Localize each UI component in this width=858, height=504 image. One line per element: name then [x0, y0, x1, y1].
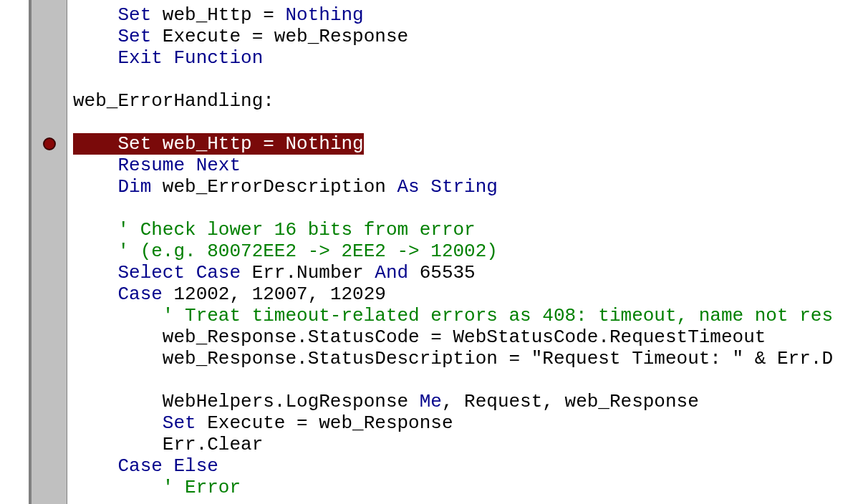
token-kw: Set [163, 412, 196, 434]
indent [73, 262, 117, 284]
token-plain: 65535 [408, 262, 476, 284]
token-kw: Set [117, 133, 151, 155]
code-line[interactable]: ' Error [67, 477, 858, 498]
code-line[interactable]: Set web_Http = Nothing [67, 4, 858, 26]
code-line[interactable] [67, 198, 858, 219]
code-line[interactable] [67, 369, 858, 391]
token-plain: web_Http = [151, 4, 285, 26]
token-plain: 12002, 12007, 12029 [163, 284, 386, 305]
code-line[interactable]: Set Execute = web_Response [67, 412, 858, 434]
token-cm: ' Check lower 16 bits from error [117, 219, 475, 241]
token-cm: ' Error [163, 477, 241, 498]
token-kw: Dim [117, 176, 151, 198]
token-kw: Case Else [117, 455, 218, 477]
token-plain: Err.Clear [163, 434, 263, 455]
token-plain: Execute = web_Response [151, 26, 408, 47]
indent [73, 219, 117, 241]
indent [73, 412, 163, 434]
code-line[interactable]: web_Response.StatusDescription = "Reques… [67, 348, 858, 369]
code-line[interactable]: WebHelpers.LogResponse Me, Request, web_… [67, 391, 858, 412]
indent [73, 47, 117, 69]
token-plain: Err.Number [241, 262, 375, 284]
token-kw: Exit Function [117, 47, 263, 69]
code-line[interactable]: ' Treat timeout-related errors as 408: t… [67, 305, 858, 326]
token-plain: web_ErrorDescription [151, 176, 397, 198]
execution-highlight: Set web_Http = Nothing [73, 133, 364, 155]
breakpoint-gutter[interactable] [32, 0, 67, 504]
indent [73, 284, 117, 305]
token-kw: Nothing [285, 133, 363, 155]
token-kw: Nothing [285, 4, 363, 26]
token-kw: Set [117, 4, 151, 26]
token-kw: Select Case [117, 262, 241, 284]
code-line[interactable]: Dim web_ErrorDescription As String [67, 176, 858, 198]
code-line[interactable]: Set web_Http = Nothing [67, 133, 858, 155]
token-cm: ' (e.g. 80072EE2 -> 2EE2 -> 12002) [117, 241, 498, 262]
token-plain [185, 155, 196, 176]
code-line[interactable]: ' Check lower 16 bits from error [67, 219, 858, 241]
code-line[interactable]: Err.Clear [67, 434, 858, 455]
indent [73, 26, 117, 47]
code-line[interactable]: Set Execute = web_Response [67, 26, 858, 47]
token-plain: Execute = web_Response [196, 412, 453, 434]
token-plain: web_Http = [151, 133, 285, 155]
indent [73, 391, 163, 412]
code-line[interactable]: Select Case Err.Number And 65535 [67, 262, 858, 284]
token-kw: And [375, 262, 408, 284]
token-kw: Resume [117, 155, 185, 176]
token-plain [73, 133, 117, 155]
code-line[interactable]: ' (e.g. 80072EE2 -> 2EE2 -> 12002) [67, 241, 858, 262]
indent [73, 477, 163, 498]
code-area[interactable]: Set web_Http = Nothing Set Execute = web… [67, 0, 858, 504]
token-plain: web_ErrorHandling: [73, 90, 274, 112]
indent [73, 305, 163, 326]
indent [73, 434, 163, 455]
token-cm: ' Treat timeout-related errors as 408: t… [163, 305, 833, 326]
token-kw: As String [397, 176, 498, 198]
token-plain: WebHelpers.LogResponse [163, 391, 420, 412]
indent [73, 348, 163, 369]
indent [73, 455, 117, 477]
code-line[interactable]: Exit Function [67, 47, 858, 69]
code-line[interactable]: Resume Next [67, 155, 858, 176]
indent [73, 155, 117, 176]
indent [73, 241, 117, 262]
token-plain: web_Response.StatusCode = WebStatusCode.… [163, 326, 766, 348]
token-kw: Me [420, 391, 442, 412]
indent [73, 176, 117, 198]
code-line[interactable] [67, 69, 858, 90]
token-kw: Set [117, 26, 151, 47]
token-plain: web_Response.StatusDescription = "Reques… [163, 348, 833, 369]
token-kw: Next [196, 155, 241, 176]
token-plain: , Request, web_Response [442, 391, 699, 412]
token-kw: Case [117, 284, 162, 305]
code-editor: Set web_Http = Nothing Set Execute = web… [0, 0, 858, 504]
indent [73, 4, 117, 26]
code-line[interactable] [67, 112, 858, 133]
indent [73, 326, 163, 348]
code-line[interactable]: Case Else [67, 455, 858, 477]
code-line[interactable]: web_ErrorHandling: [67, 90, 858, 112]
code-line[interactable]: Case 12002, 12007, 12029 [67, 284, 858, 305]
code-line[interactable]: web_Response.StatusCode = WebStatusCode.… [67, 326, 858, 348]
breakpoint-icon[interactable] [43, 137, 56, 150]
